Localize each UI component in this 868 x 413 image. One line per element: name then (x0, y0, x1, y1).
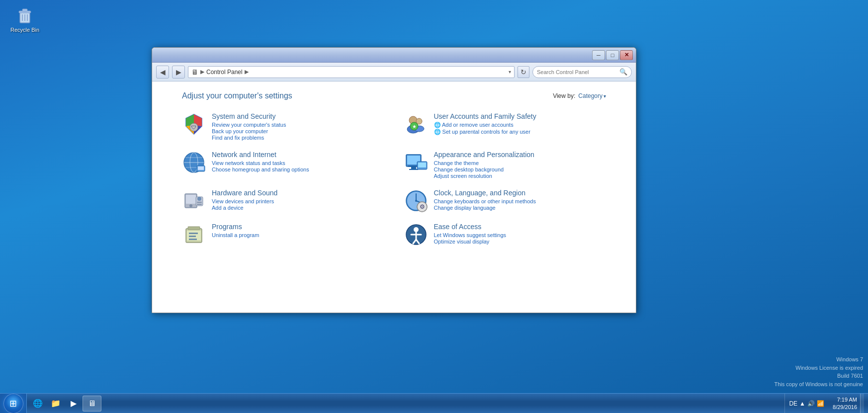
windows-watermark: Windows 7 Windows License is expired Bui… (774, 355, 863, 388)
category-appearance: Appearance and Personalization Change th… (404, 151, 607, 179)
address-folder-icon: 🖥 (191, 68, 198, 76)
svg-rect-49 (189, 236, 196, 237)
control-panel-window: ─ □ ✕ ◀ ▶ 🖥 ▶ Control Panel ▶ ▾ ↻ 🔍 Adju… (152, 47, 636, 313)
clock-link-1[interactable]: Change display language (434, 205, 607, 211)
address-bar[interactable]: 🖥 ▶ Control Panel ▶ ▾ (188, 66, 515, 78)
content-title: Adjust your computer's settings (182, 91, 292, 100)
refresh-button[interactable]: ↻ (518, 66, 529, 78)
appearance-link-0[interactable]: Change the theme (434, 160, 607, 166)
tray-network[interactable]: 📶 (817, 400, 824, 407)
recycle-bin-icon[interactable]: Recycle Bin (7, 5, 42, 33)
maximize-button[interactable]: □ (606, 50, 619, 60)
titlebar: ─ □ ✕ (152, 48, 636, 63)
user-accounts-link-0[interactable]: 🌐 Add or remove user accounts (434, 122, 607, 128)
category-programs: Programs Uninstall a program (182, 223, 384, 247)
svg-text:🛡: 🛡 (191, 125, 196, 130)
minimize-button[interactable]: ─ (592, 50, 605, 60)
ease-of-access-title[interactable]: Ease of Access (434, 223, 607, 231)
recycle-bin-label: Recycle Bin (10, 27, 39, 33)
view-by-label: View by: (553, 92, 575, 99)
ease-of-access-link-0[interactable]: Let Windows suggest settings (434, 232, 607, 238)
explorer-icon: 📁 (51, 399, 61, 409)
back-button[interactable]: ◀ (156, 66, 169, 79)
show-desktop-button[interactable] (860, 394, 864, 413)
tray-arrow-up[interactable]: ▲ (799, 400, 805, 407)
svg-rect-28 (409, 169, 418, 170)
watermark-line4: This copy of Windows is not genuine (774, 380, 863, 389)
ie-icon: 🌐 (33, 399, 43, 409)
tray-clock[interactable]: 7:19 AM 8/29/2016 (827, 396, 857, 411)
taskbar: 🌐 📁 ▶ 🖥 DE ▲ 🔊 📶 7:19 AM 8/29/2016 (0, 393, 868, 413)
user-accounts-title[interactable]: User Accounts and Family Safety (434, 112, 607, 120)
taskbar-item-explorer[interactable]: 📁 (47, 396, 65, 412)
start-orb (3, 394, 23, 413)
forward-button[interactable]: ▶ (172, 66, 185, 79)
view-by-dropdown[interactable]: Category (578, 92, 606, 99)
appearance-title[interactable]: Appearance and Personalization (434, 151, 607, 159)
system-security-link-1[interactable]: Back up your computer (212, 128, 384, 134)
svg-point-33 (189, 204, 192, 207)
network-icon (182, 151, 206, 174)
svg-rect-37 (197, 204, 202, 205)
system-security-link-2[interactable]: Find and fix problems (212, 135, 384, 141)
system-security-links: Review your computer's status Back up yo… (212, 122, 384, 141)
svg-rect-32 (186, 195, 196, 204)
search-box[interactable]: 🔍 (532, 66, 632, 78)
network-links: View network status and tasks Choose hom… (212, 160, 384, 172)
clock-link-0[interactable]: Change keyboards or other input methods (434, 198, 607, 204)
network-title[interactable]: Network and Internet (212, 151, 384, 159)
system-security-link-0[interactable]: Review your computer's status (212, 122, 384, 128)
svg-rect-30 (418, 163, 426, 167)
search-input[interactable] (537, 69, 619, 75)
hardware-icon (182, 189, 206, 213)
window-content: Adjust your computer's settings View by:… (152, 82, 636, 313)
taskbar-item-ie[interactable]: 🌐 (29, 396, 47, 412)
tray-volume[interactable]: 🔊 (807, 400, 815, 407)
search-icon[interactable]: 🔍 (619, 68, 627, 76)
appearance-link-2[interactable]: Adjust screen resolution (434, 173, 607, 179)
taskbar-item-media[interactable]: ▶ (65, 396, 83, 412)
ease-of-access-links: Let Windows suggest settings Optimize vi… (434, 232, 607, 245)
tray-icons: DE ▲ 🔊 📶 (789, 400, 824, 407)
clock-info: Clock, Language, and Region Change keybo… (434, 189, 607, 211)
hardware-info: Hardware and Sound View devices and prin… (212, 189, 384, 211)
clock-icon: ⚙ (404, 189, 428, 213)
taskbar-item-control-panel[interactable]: 🖥 (83, 396, 101, 412)
ease-of-access-info: Ease of Access Let Windows suggest setti… (434, 223, 607, 245)
programs-title[interactable]: Programs (212, 223, 384, 231)
svg-rect-50 (189, 239, 197, 240)
hardware-link-0[interactable]: View devices and printers (212, 198, 384, 204)
address-dropdown-arrow[interactable]: ▾ (509, 69, 511, 75)
taskbar-items: 🌐 📁 ▶ 🖥 (27, 394, 784, 413)
appearance-link-1[interactable]: Change desktop background (434, 166, 607, 172)
programs-icon (182, 223, 206, 247)
start-button[interactable] (0, 394, 27, 413)
ease-of-access-link-1[interactable]: Optimize visual display (434, 239, 607, 245)
ease-of-access-icon (404, 223, 428, 247)
svg-rect-47 (188, 227, 200, 230)
svg-text:⚙: ⚙ (419, 203, 425, 210)
system-security-icon: 🛡 (182, 112, 206, 136)
category-system-security: 🛡 System and Security Review your comput… (182, 112, 384, 141)
hardware-link-1[interactable]: Add a device (212, 205, 384, 211)
category-ease-of-access: Ease of Access Let Windows suggest setti… (404, 223, 607, 247)
nav-bar: ◀ ▶ 🖥 ▶ Control Panel ▶ ▾ ↻ 🔍 (152, 63, 636, 82)
programs-link-0[interactable]: Uninstall a program (212, 232, 384, 238)
watermark-line1: Windows 7 (774, 355, 863, 364)
close-button[interactable]: ✕ (620, 50, 633, 60)
category-network: Network and Internet View network status… (182, 151, 384, 179)
tray-language[interactable]: DE (789, 400, 797, 407)
user-accounts-links: 🌐 Add or remove user accounts 🌐 Set up p… (434, 122, 607, 135)
control-panel-taskbar-icon: 🖥 (87, 399, 97, 409)
hardware-title[interactable]: Hardware and Sound (212, 189, 384, 197)
programs-info: Programs Uninstall a program (212, 223, 384, 238)
user-accounts-link-1[interactable]: 🌐 Set up parental controls for any user (434, 129, 607, 135)
network-link-1[interactable]: Choose homegroup and sharing options (212, 166, 384, 172)
network-link-0[interactable]: View network status and tasks (212, 160, 384, 166)
network-info: Network and Internet View network status… (212, 151, 384, 172)
clock-title[interactable]: Clock, Language, and Region (434, 189, 607, 197)
svg-point-35 (197, 197, 201, 201)
category-hardware: Hardware and Sound View devices and prin… (182, 189, 384, 213)
system-security-title[interactable]: System and Security (212, 112, 384, 120)
programs-links: Uninstall a program (212, 232, 384, 238)
